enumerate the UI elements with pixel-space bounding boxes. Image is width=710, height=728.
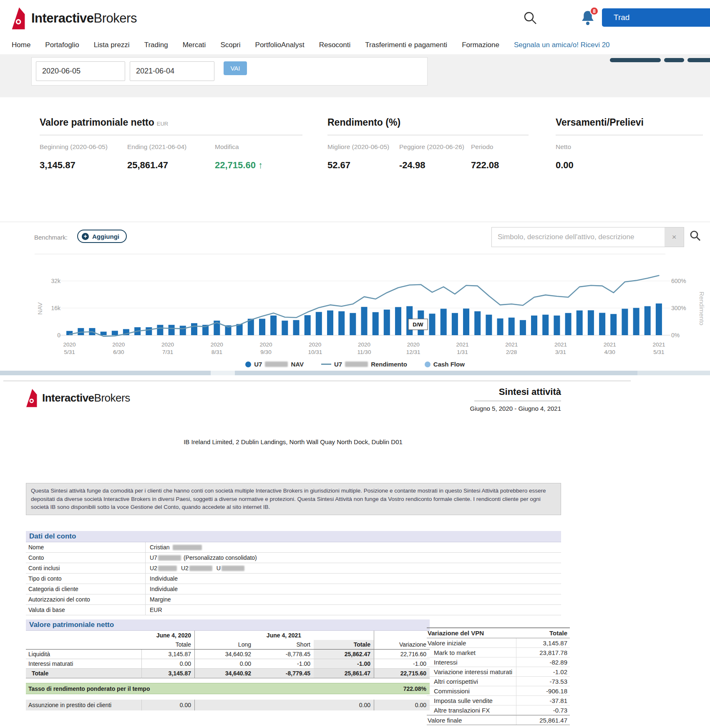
nav-table-title: Valore patrimoniale netto [26,619,430,631]
add-benchmark-button[interactable]: + Aggiungi [77,230,127,243]
scrollbar-thumb[interactable] [211,371,235,375]
benchmark-search-icon[interactable] [689,230,703,244]
svg-text:2021: 2021 [456,341,468,348]
search-icon[interactable] [522,10,538,26]
benchmark-search-input[interactable] [492,228,665,247]
cashflow-series-dot-icon [425,361,431,367]
benchmark-search: × [491,227,684,247]
nav-formazione[interactable]: Formazione [462,41,499,49]
table-row: Valuta di base EUR [26,605,561,615]
svg-text:Rendimento: Rendimento [698,292,705,326]
cutoff-button-2[interactable] [664,58,684,62]
svg-text:0: 0 [57,332,60,339]
report-title: Sintesi attività [499,387,561,397]
nav-mercati[interactable]: Mercati [183,41,206,49]
svg-text:16k: 16k [51,305,61,311]
svg-text:3/31: 3/31 [555,349,566,355]
client-borrowing-row: Assunzione in prestito dei clienti 0.00 … [26,700,430,710]
svg-text:8/31: 8/31 [211,349,222,355]
notifications-bell[interactable]: 8 [581,9,600,28]
chart-legend: U7 NAV U7 Rendimento Cash Flow [0,361,710,368]
nav-referral-link[interactable]: Segnala un amica/o! Ricevi 20 [514,41,610,49]
clear-search-button[interactable]: × [665,228,684,247]
table-row: Imposta sulle vendite-37.81 [427,696,570,705]
svg-text:9/30: 9/30 [260,349,271,355]
svg-text:1/31: 1/31 [457,349,468,355]
date-from-input[interactable] [36,61,125,81]
legend-rendimento[interactable]: U7 Rendimento [321,361,407,368]
table-row: Autorizzazioni del conto Margine [26,594,561,605]
svg-text:2021: 2021 [604,341,616,348]
date-range-card: VAI [31,57,428,86]
legend-nav[interactable]: U7 NAV [245,361,304,368]
return-series-line-icon [321,364,331,365]
currency-tag: EUR [157,121,168,127]
ib-logo-icon [10,7,27,30]
page: InteractiveBrokers 8 Trad Home Portafogl… [0,0,710,728]
svg-text:NAV: NAV [36,302,43,315]
table-row: Valore iniziale3,145.87 [427,638,570,648]
nav-portafoglio[interactable]: Portafoglio [45,41,79,49]
nav-trading[interactable]: Trading [144,41,168,49]
legend-cashflow[interactable]: Cash Flow [425,361,465,368]
redacted-text [158,566,177,571]
svg-text:D/W: D/W [413,321,423,328]
redacted-account-id [345,361,368,367]
brand-light: Brokers [94,11,137,25]
stat-best: Migliore (2020-06-05) 52.67 [327,143,399,171]
cutoff-button-3[interactable] [687,58,710,62]
nav-chart: 016k32kNAV0%300%600%Rendimento20205/3120… [0,254,710,371]
horizontal-scrollbar[interactable] [0,371,710,375]
table-row: Interessi maturati 0.00 0.00 -1.00 -1.00… [26,659,430,669]
redacted-text [222,566,244,571]
ib-logo[interactable]: InteractiveBrokers [10,7,137,30]
table-row: Commissioni-906.18 [427,686,570,696]
svg-text:6/30: 6/30 [113,349,124,355]
table-row: Conto U7(Personalizzato consolidato) [26,553,561,563]
stat-ending: Ending (2021-06-04) 25,861.47 [127,143,215,171]
stat-beginning: Beginning (2020-06-05) 3,145.87 [40,143,127,171]
nav-portfolioanalyst[interactable]: PortfolioAnalyst [255,41,305,49]
svg-text:2021: 2021 [554,341,567,348]
nav-table-section: Valore patrimoniale netto June 4, 2020 J… [26,619,430,710]
table-row: Valore finale25,861.47 [427,715,570,725]
svg-text:2020: 2020 [407,341,420,348]
svg-text:2/28: 2/28 [506,349,517,355]
svg-text:4/30: 4/30 [604,349,615,355]
nav-trasferimenti[interactable]: Trasferimenti e pagamenti [365,41,447,49]
svg-text:2020: 2020 [358,341,370,348]
report-logo-icon [25,388,39,408]
cutoff-button-1[interactable] [610,58,661,62]
vpn-change-table: Variazione del VPN Totale Valore inizial… [427,627,570,725]
brand-bold: Interactive [31,11,94,25]
date-to-input[interactable] [130,61,214,81]
svg-text:2020: 2020 [309,341,321,348]
activity-report: InteractiveBrokers Sintesi attività Giug… [0,381,710,728]
stat-title-flows: Versamenti/Prelievi [556,117,703,135]
date-range-band: VAI [0,54,710,97]
redacted-text [173,545,202,550]
stat-group-nav: Valore patrimoniale nettoEUR Beginning (… [40,117,302,171]
svg-text:300%: 300% [671,305,686,311]
nav-home[interactable]: Home [12,41,30,49]
nav-lista-prezzi[interactable]: Lista prezzi [94,41,130,49]
chart-canvas[interactable]: 016k32kNAV0%300%600%Rendimento20205/3120… [35,255,705,360]
brand-text: InteractiveBrokers [31,11,137,26]
stat-change: Modifica 22,715.60 ↑ [215,143,302,171]
stat-period: Periodo 722.08 [471,143,525,171]
svg-text:2020: 2020 [259,341,272,348]
svg-text:5/31: 5/31 [64,349,75,355]
trade-button[interactable]: Trad [602,8,710,27]
svg-text:12/31: 12/31 [406,349,420,355]
account-info-section: Dati del conto Nome Cristian Conto U7(Pe… [26,531,561,615]
svg-text:32k: 32k [51,278,61,284]
table-row: Nome Cristian [26,542,561,553]
nav-resoconti[interactable]: Resoconti [319,41,351,49]
table-header: Totale Long Short Totale Variazione [26,640,430,650]
stat-net: Netto 0.00 [556,143,579,171]
nav-scopri[interactable]: Scopri [220,41,240,49]
stat-group-flows: Versamenti/Prelievi Netto 0.00 [556,117,703,171]
account-info-title: Dati del conto [26,531,561,542]
go-button[interactable]: VAI [224,61,247,75]
redacted-text [189,566,212,571]
